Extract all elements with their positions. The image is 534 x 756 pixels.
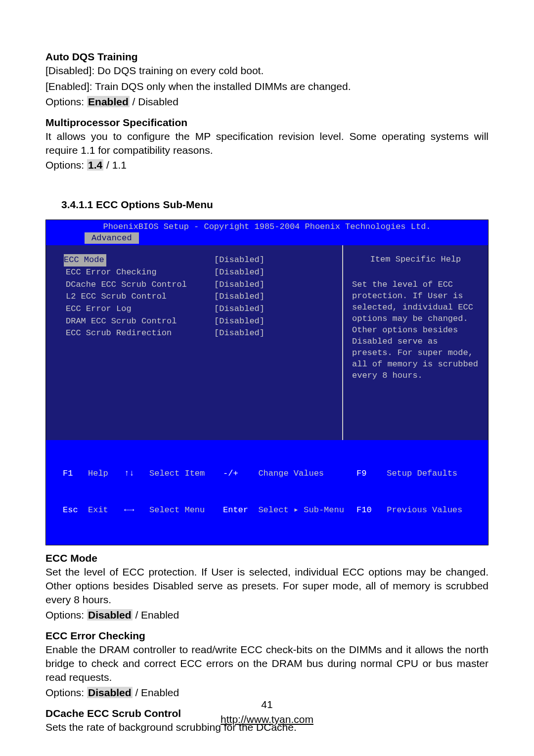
bios-screenshot: PhoenixBIOS Setup - Copyright 1985-2004 … [45,220,489,545]
bios-help-body: Set the level of ECC protection. If User… [352,279,479,381]
options-default: Enabled [87,96,130,107]
options-prefix: Options: [45,96,87,107]
label-change-values: Change Values [258,469,324,478]
bios-value[interactable]: [Disabled] [214,279,293,291]
key-enter: Enter [223,505,248,515]
label-select-item: Select Item [149,469,205,478]
options-default: 1.4 [87,159,103,171]
options-prefix: Options: [45,687,87,698]
bios-item[interactable]: ECC Error Checking [66,267,214,279]
options-rest: / 1.1 [103,159,127,171]
footer-link[interactable]: http://www.tyan.com [221,713,313,725]
bios-value[interactable]: [Disabled] [214,327,293,340]
bios-item[interactable]: DCache ECC Scrub Control [66,279,214,291]
bios-left-pane: ECC Mode ECC Error Checking DCache ECC S… [46,245,342,440]
bios-item-selected[interactable]: ECC Mode [64,254,106,267]
bios-body: ECC Mode ECC Error Checking DCache ECC S… [46,245,488,440]
auto-dqs-line2: [Enabled]: Train DQS only when the insta… [45,80,489,93]
heading-mp-spec: Multiprocessor Specification [45,117,489,129]
bios-value[interactable]: [Disabled] [214,254,293,267]
label-exit: Exit [88,505,108,515]
key-plusminus: -/+ [223,469,238,478]
ecc-error-checking-body: Enable the DRAM controller to read/write… [45,643,489,685]
heading-ecc-mode: ECC Mode [45,552,489,564]
label-setup-defaults: Setup Defaults [387,469,457,478]
bios-help-title: Item Specific Help [352,254,479,266]
options-default: Disabled [87,609,133,621]
bios-tab-row: Advanced [46,232,488,245]
bios-item[interactable]: L2 ECC Scrub Control [66,291,214,303]
bios-value[interactable]: [Disabled] [214,267,293,279]
auto-dqs-line1: [Disabled]: Do DQS training on every col… [45,64,489,78]
bios-help-pane: Item Specific Help Set the level of ECC … [342,245,488,440]
key-f10: F10 [356,505,372,515]
bios-footer: F1 Help Esc Exit ↑↓ Select Item ←→ Selec… [46,440,488,544]
bios-tab-advanced[interactable]: Advanced [85,232,139,244]
bios-value[interactable]: [Disabled] [214,291,293,303]
label-previous-values: Previous Values [387,505,462,515]
bios-item[interactable]: DRAM ECC Scrub Control [66,315,214,328]
label-help: Help [88,469,108,478]
key-leftright: ←→ [124,505,134,515]
label-sub-menu: Select ▸ Sub-Menu [258,505,344,515]
ecc-error-checking-options: Options: Disabled / Enabled [45,687,489,699]
mp-spec-body: It allows you to configure the MP specif… [45,130,489,158]
bios-value[interactable]: [Disabled] [214,315,293,328]
auto-dqs-options: Options: Enabled / Disabled [45,96,489,108]
heading-ecc-error-checking: ECC Error Checking [45,630,489,642]
bios-item-values: [Disabled] [Disabled] [Disabled] [Disabl… [214,254,293,440]
bios-item[interactable]: ECC Error Log [66,303,214,315]
ecc-mode-body: Set the level of ECC protection. If User… [45,565,489,607]
key-f9: F9 [356,469,366,478]
page-footer: 41 http://www.tyan.com [0,697,534,726]
bios-title-bar: PhoenixBIOS Setup - Copyright 1985-2004 … [46,220,488,232]
heading-auto-dqs: Auto DQS Training [45,51,489,63]
options-default: Disabled [87,687,133,698]
options-rest: / Enabled [133,609,179,621]
key-f1: F1 [63,469,73,478]
page-number: 41 [0,697,534,712]
heading-ecc-submenu: 3.4.1.1 ECC Options Sub-Menu [61,199,489,211]
bios-value[interactable]: [Disabled] [214,303,293,315]
options-prefix: Options: [45,159,87,171]
key-updown: ↑↓ [124,469,134,478]
bios-item-labels: ECC Mode ECC Error Checking DCache ECC S… [66,254,214,440]
options-rest: / Disabled [130,96,178,107]
bios-item[interactable]: ECC Scrub Redirection [66,327,214,340]
options-rest: / Enabled [133,687,179,698]
key-esc: Esc [63,505,78,515]
mp-spec-options: Options: 1.4 / 1.1 [45,159,489,171]
options-prefix: Options: [45,609,87,621]
ecc-mode-options: Options: Disabled / Enabled [45,609,489,621]
label-select-menu: Select Menu [149,505,205,515]
